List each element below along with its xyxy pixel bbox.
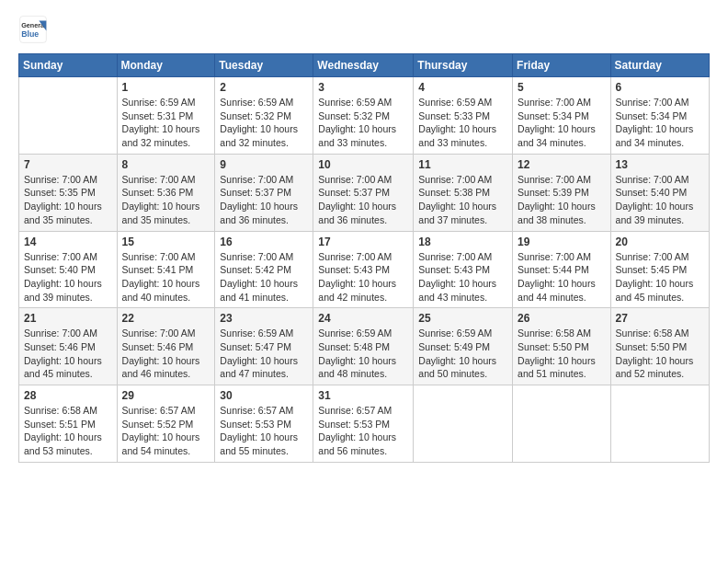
day-number: 1 — [122, 81, 210, 94]
calendar-header-row: SundayMondayTuesdayWednesdayThursdayFrid… — [19, 54, 710, 77]
calendar-cell: 2Sunrise: 6:59 AMSunset: 5:32 PMDaylight… — [215, 77, 313, 155]
day-number: 5 — [518, 81, 606, 94]
calendar-cell: 4Sunrise: 6:59 AMSunset: 5:33 PMDaylight… — [414, 77, 513, 155]
column-header-monday: Monday — [117, 54, 215, 77]
day-info: Sunrise: 6:59 AMSunset: 5:33 PMDaylight:… — [418, 96, 507, 150]
day-info: Sunrise: 7:00 AMSunset: 5:46 PMDaylight:… — [122, 327, 210, 381]
day-info: Sunrise: 6:59 AMSunset: 5:31 PMDaylight:… — [122, 96, 210, 150]
day-info: Sunrise: 7:00 AMSunset: 5:34 PMDaylight:… — [616, 96, 704, 150]
week-row-3: 14Sunrise: 7:00 AMSunset: 5:40 PMDayligh… — [19, 231, 710, 308]
day-number: 15 — [122, 236, 210, 248]
day-info: Sunrise: 7:00 AMSunset: 5:37 PMDaylight:… — [220, 173, 308, 227]
day-info: Sunrise: 6:57 AMSunset: 5:52 PMDaylight:… — [122, 404, 210, 458]
calendar-cell: 1Sunrise: 6:59 AMSunset: 5:31 PMDaylight… — [117, 77, 215, 155]
page: General Blue SundayMondayTuesdayWednesda… — [0, 0, 728, 563]
logo-icon: General Blue — [18, 15, 48, 44]
day-info: Sunrise: 6:57 AMSunset: 5:53 PMDaylight:… — [220, 404, 308, 458]
calendar-table: SundayMondayTuesdayWednesdayThursdayFrid… — [18, 53, 710, 463]
day-number: 2 — [220, 81, 308, 94]
day-info: Sunrise: 6:58 AMSunset: 5:50 PMDaylight:… — [518, 327, 606, 381]
day-number: 21 — [24, 312, 112, 325]
calendar-cell: 14Sunrise: 7:00 AMSunset: 5:40 PMDayligh… — [19, 231, 118, 308]
day-info: Sunrise: 7:00 AMSunset: 5:39 PMDaylight:… — [518, 173, 606, 227]
day-number: 24 — [318, 312, 408, 325]
calendar-cell: 17Sunrise: 7:00 AMSunset: 5:43 PMDayligh… — [313, 231, 414, 308]
calendar-cell: 6Sunrise: 7:00 AMSunset: 5:34 PMDaylight… — [610, 77, 709, 155]
day-number: 25 — [418, 312, 507, 325]
calendar-cell: 25Sunrise: 6:59 AMSunset: 5:49 PMDayligh… — [414, 308, 513, 385]
column-header-tuesday: Tuesday — [215, 54, 313, 77]
week-row-5: 28Sunrise: 6:58 AMSunset: 5:51 PMDayligh… — [19, 385, 710, 463]
day-number: 11 — [418, 158, 507, 171]
day-info: Sunrise: 7:00 AMSunset: 5:42 PMDaylight:… — [220, 250, 308, 304]
day-info: Sunrise: 7:00 AMSunset: 5:43 PMDaylight:… — [418, 250, 507, 304]
day-number: 18 — [418, 236, 507, 248]
calendar-cell: 9Sunrise: 7:00 AMSunset: 5:37 PMDaylight… — [215, 154, 313, 231]
day-number: 20 — [616, 236, 704, 248]
header: General Blue — [18, 15, 710, 44]
day-info: Sunrise: 7:00 AMSunset: 5:40 PMDaylight:… — [24, 250, 112, 304]
day-number: 31 — [318, 389, 408, 402]
calendar-cell: 23Sunrise: 6:59 AMSunset: 5:47 PMDayligh… — [215, 308, 313, 385]
calendar-cell — [610, 385, 709, 463]
day-number: 17 — [318, 236, 408, 248]
day-info: Sunrise: 7:00 AMSunset: 5:35 PMDaylight:… — [24, 173, 112, 227]
day-info: Sunrise: 6:59 AMSunset: 5:32 PMDaylight:… — [318, 96, 408, 150]
week-row-4: 21Sunrise: 7:00 AMSunset: 5:46 PMDayligh… — [19, 308, 710, 385]
day-info: Sunrise: 6:59 AMSunset: 5:49 PMDaylight:… — [418, 327, 507, 381]
calendar-cell: 20Sunrise: 7:00 AMSunset: 5:45 PMDayligh… — [610, 231, 709, 308]
day-number: 3 — [318, 81, 408, 94]
calendar-cell: 28Sunrise: 6:58 AMSunset: 5:51 PMDayligh… — [19, 385, 118, 463]
calendar-cell: 8Sunrise: 7:00 AMSunset: 5:36 PMDaylight… — [117, 154, 215, 231]
day-info: Sunrise: 7:00 AMSunset: 5:44 PMDaylight:… — [518, 250, 606, 304]
calendar-cell: 24Sunrise: 6:59 AMSunset: 5:48 PMDayligh… — [313, 308, 414, 385]
day-number: 9 — [220, 158, 308, 171]
column-header-friday: Friday — [513, 54, 611, 77]
day-number: 8 — [122, 158, 210, 171]
column-header-sunday: Sunday — [19, 54, 118, 77]
calendar-cell: 10Sunrise: 7:00 AMSunset: 5:37 PMDayligh… — [313, 154, 414, 231]
column-header-thursday: Thursday — [414, 54, 513, 77]
day-info: Sunrise: 7:00 AMSunset: 5:46 PMDaylight:… — [24, 327, 112, 381]
calendar-cell: 15Sunrise: 7:00 AMSunset: 5:41 PMDayligh… — [117, 231, 215, 308]
calendar-cell: 3Sunrise: 6:59 AMSunset: 5:32 PMDaylight… — [313, 77, 414, 155]
calendar-cell: 22Sunrise: 7:00 AMSunset: 5:46 PMDayligh… — [117, 308, 215, 385]
calendar-cell: 13Sunrise: 7:00 AMSunset: 5:40 PMDayligh… — [610, 154, 709, 231]
day-info: Sunrise: 7:00 AMSunset: 5:34 PMDaylight:… — [518, 96, 606, 150]
week-row-2: 7Sunrise: 7:00 AMSunset: 5:35 PMDaylight… — [19, 154, 710, 231]
day-number: 19 — [518, 236, 606, 248]
day-info: Sunrise: 6:59 AMSunset: 5:48 PMDaylight:… — [318, 327, 408, 381]
day-number: 16 — [220, 236, 308, 248]
calendar-cell: 7Sunrise: 7:00 AMSunset: 5:35 PMDaylight… — [19, 154, 118, 231]
calendar-cell: 31Sunrise: 6:57 AMSunset: 5:53 PMDayligh… — [313, 385, 414, 463]
column-header-saturday: Saturday — [610, 54, 709, 77]
day-info: Sunrise: 7:00 AMSunset: 5:43 PMDaylight:… — [318, 250, 408, 304]
day-info: Sunrise: 7:00 AMSunset: 5:37 PMDaylight:… — [318, 173, 408, 227]
day-info: Sunrise: 6:58 AMSunset: 5:50 PMDaylight:… — [616, 327, 704, 381]
day-info: Sunrise: 6:57 AMSunset: 5:53 PMDaylight:… — [318, 404, 408, 458]
day-info: Sunrise: 6:59 AMSunset: 5:47 PMDaylight:… — [220, 327, 308, 381]
day-number: 27 — [616, 312, 704, 325]
calendar-cell — [19, 77, 118, 155]
day-info: Sunrise: 7:00 AMSunset: 5:38 PMDaylight:… — [418, 173, 507, 227]
day-info: Sunrise: 7:00 AMSunset: 5:45 PMDaylight:… — [616, 250, 704, 304]
calendar-cell: 26Sunrise: 6:58 AMSunset: 5:50 PMDayligh… — [513, 308, 611, 385]
calendar-cell — [414, 385, 513, 463]
day-number: 22 — [122, 312, 210, 325]
calendar-cell: 5Sunrise: 7:00 AMSunset: 5:34 PMDaylight… — [513, 77, 611, 155]
day-info: Sunrise: 7:00 AMSunset: 5:40 PMDaylight:… — [616, 173, 704, 227]
day-info: Sunrise: 6:58 AMSunset: 5:51 PMDaylight:… — [24, 404, 112, 458]
day-info: Sunrise: 7:00 AMSunset: 5:36 PMDaylight:… — [122, 173, 210, 227]
calendar-cell: 30Sunrise: 6:57 AMSunset: 5:53 PMDayligh… — [215, 385, 313, 463]
day-number: 4 — [418, 81, 507, 94]
calendar-cell: 21Sunrise: 7:00 AMSunset: 5:46 PMDayligh… — [19, 308, 118, 385]
day-number: 10 — [318, 158, 408, 171]
column-header-wednesday: Wednesday — [313, 54, 414, 77]
day-number: 26 — [518, 312, 606, 325]
day-number: 29 — [122, 389, 210, 402]
day-info: Sunrise: 7:00 AMSunset: 5:41 PMDaylight:… — [122, 250, 210, 304]
day-number: 14 — [24, 236, 112, 248]
day-number: 30 — [220, 389, 308, 402]
week-row-1: 1Sunrise: 6:59 AMSunset: 5:31 PMDaylight… — [19, 77, 710, 155]
day-number: 12 — [518, 158, 606, 171]
